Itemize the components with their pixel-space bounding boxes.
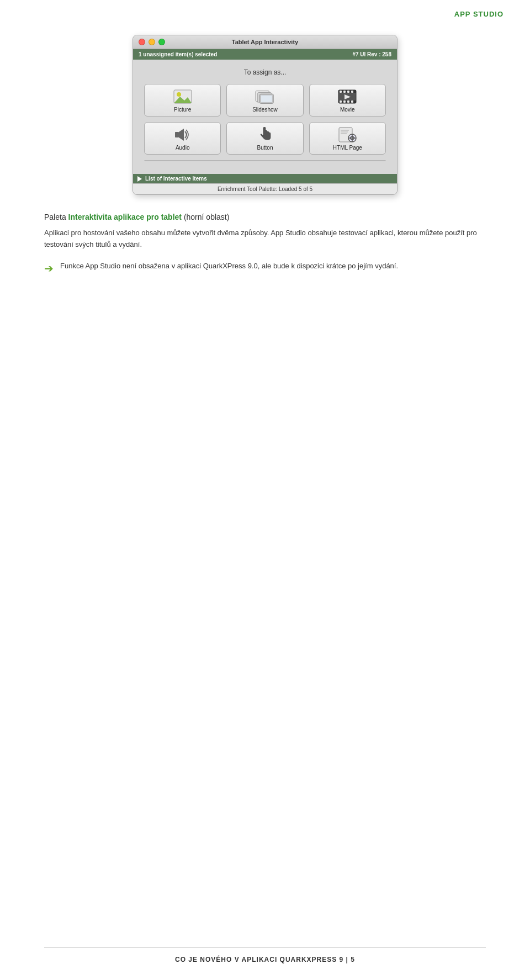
svg-marker-20 [179, 129, 184, 141]
enrichment-bar: Enrichment Tool Palette: Loaded 5 of 5 [133, 183, 397, 194]
assign-label: To assign as... [144, 68, 386, 76]
header-title: APP STUDIO [454, 10, 504, 18]
list-section-bar: List of Interactive Items [133, 174, 397, 183]
maximize-button[interactable] [158, 39, 165, 45]
arrow-right-icon: ➔ [44, 262, 54, 275]
htmlpage-label: HTML Page [333, 145, 362, 151]
window-divider [144, 160, 386, 162]
picture-icon [173, 89, 193, 104]
button-label: Button [257, 145, 273, 151]
arrow-note-text: Funkce App Studio není obsažena v aplika… [60, 261, 398, 272]
close-button[interactable] [139, 39, 145, 45]
svg-rect-6 [261, 95, 272, 102]
icon-button-grid: Picture Slideshow [144, 84, 386, 155]
footer-text: CO JE NOVÉHO V APLIKACI QUARKXPRESS 9 | … [175, 956, 355, 963]
body-paragraph: Aplikaci pro hostování vašeho obsahu můž… [44, 227, 486, 251]
htmlpage-button[interactable]: HTML Page [309, 122, 386, 155]
svg-rect-12 [347, 91, 349, 93]
htmlpage-icon [337, 127, 357, 142]
svg-rect-11 [343, 91, 346, 93]
mac-window: Tablet App Interactivity 1 unassigned it… [132, 35, 398, 195]
svg-rect-15 [343, 100, 346, 103]
minimize-button[interactable] [149, 39, 155, 45]
picture-label: Picture [174, 107, 191, 113]
window-statusbar: 1 unassigned item(s) selected #7 UI Rev … [133, 49, 397, 60]
movie-icon [337, 89, 357, 104]
audio-icon [173, 127, 193, 142]
svg-rect-14 [340, 100, 342, 103]
svg-rect-13 [351, 91, 353, 93]
picture-button[interactable]: Picture [144, 84, 221, 116]
svg-point-1 [177, 92, 181, 97]
button-icon [255, 127, 275, 142]
arrow-note: ➔ Funkce App Studio není obsažena v apli… [44, 261, 486, 275]
mac-titlebar: Tablet App Interactivity [133, 35, 397, 49]
list-section-label: List of Interactive Items [145, 176, 207, 182]
page-header: APP STUDIO [0, 0, 530, 24]
svg-rect-16 [347, 100, 349, 103]
audio-label: Audio [176, 145, 190, 151]
palette-label-paren: (horní oblast) [182, 213, 229, 221]
main-content: Tablet App Interactivity 1 unassigned it… [0, 24, 530, 297]
movie-label: Movie [340, 107, 355, 113]
enrichment-text: Enrichment Tool Palette: Loaded 5 of 5 [218, 186, 312, 192]
page-footer: CO JE NOVÉHO V APLIKACI QUARKXPRESS 9 | … [44, 947, 486, 963]
list-triangle-icon [137, 176, 142, 182]
movie-button[interactable]: Movie [309, 84, 386, 116]
palette-label-bold: Interaktivita aplikace pro tablet [68, 213, 182, 221]
slideshow-label: Slideshow [252, 107, 278, 113]
button-button[interactable]: Button [226, 122, 303, 155]
svg-rect-10 [340, 91, 342, 93]
slideshow-icon [255, 89, 275, 104]
palette-label: Paleta Interaktivita aplikace pro tablet… [44, 211, 486, 223]
text-section: Paleta Interaktivita aplikace pro tablet… [44, 211, 486, 275]
svg-rect-17 [351, 100, 353, 103]
svg-rect-19 [175, 132, 179, 137]
status-right: #7 UI Rev : 258 [352, 51, 391, 57]
window-body: To assign as... Picture [133, 60, 397, 174]
titlebar-buttons [139, 39, 165, 45]
palette-label-prefix: Paleta [44, 213, 68, 221]
window-title: Tablet App Interactivity [232, 39, 298, 45]
audio-button[interactable]: Audio [144, 122, 221, 155]
status-left: 1 unassigned item(s) selected [139, 51, 217, 57]
slideshow-button[interactable]: Slideshow [226, 84, 303, 116]
